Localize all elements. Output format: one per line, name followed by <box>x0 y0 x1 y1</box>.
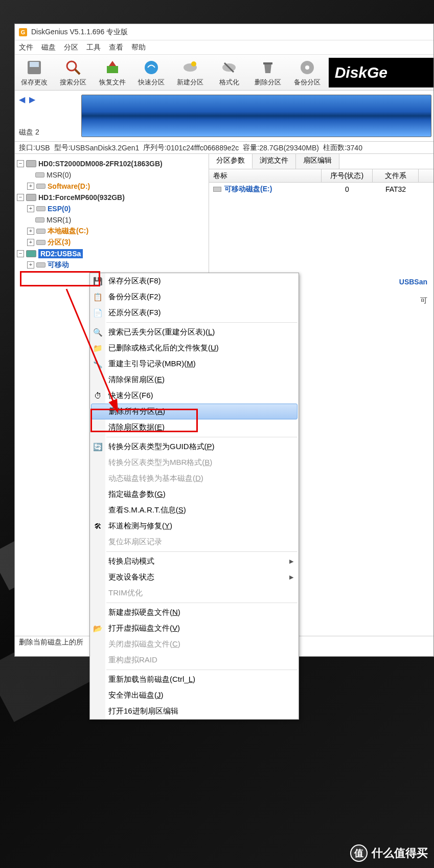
watermark-icon: 值 <box>350 844 368 862</box>
nav-back-icon[interactable]: ◀ <box>19 95 28 104</box>
ctx-device-state[interactable]: 更改设备状态▶ <box>90 569 299 585</box>
ctx-reload[interactable]: 重新加载当前磁盘(Ctrl_L) <box>90 672 299 687</box>
ctx-backup-partition-table[interactable]: 📋备份分区表(F2) <box>90 289 299 305</box>
ctx-trim: TRIM优化 <box>90 585 299 601</box>
disk-number-label: 磁盘 2 <box>19 128 77 137</box>
partition-icon <box>36 229 45 234</box>
search-icon <box>64 58 82 77</box>
grid-row[interactable]: 可移动磁盘(E:) 0 FAT32 <box>209 183 433 196</box>
ctx-smart[interactable]: 查看S.M.A.R.T.信息(S) <box>90 502 299 518</box>
ctx-bad-sector[interactable]: 🛠坏道检测与修复(Y) <box>90 518 299 534</box>
format-icon <box>220 58 238 77</box>
ctx-clear-reserved[interactable]: 清除保留扇区(E) <box>90 372 299 388</box>
menu-help[interactable]: 帮助 <box>131 43 146 52</box>
partition-icon <box>36 262 45 268</box>
tree-rd2-selected[interactable]: RD2:USBSa <box>38 249 83 258</box>
menu-file[interactable]: 文件 <box>19 43 33 52</box>
volume-fs: FAT32 <box>373 183 419 195</box>
toolbar-search[interactable]: 搜索分区 <box>54 55 93 91</box>
ctx-save-partition-table[interactable]: 💾保存分区表(F8) <box>90 273 299 289</box>
partition-icon <box>35 172 44 177</box>
ctx-disk-params[interactable]: 指定磁盘参数(G) <box>90 486 299 502</box>
ctx-clear-sector[interactable]: 清除扇区数据(E) <box>90 419 299 435</box>
backup-icon: 📋 <box>93 293 102 302</box>
window-title: DiskGenius V5.1.1.696 专业版 <box>31 28 128 37</box>
tools-icon: 🛠 <box>93 522 102 531</box>
tree-esp[interactable]: ESP(0) <box>48 205 71 213</box>
backup-icon <box>298 58 316 77</box>
ctx-search-lost[interactable]: 🔍搜索已丢失分区(重建分区表)(L) <box>90 324 299 340</box>
svg-rect-4 <box>107 66 118 73</box>
expander-icon[interactable]: + <box>27 228 34 235</box>
save-icon <box>25 58 43 77</box>
toolbar-format[interactable]: 格式化 <box>210 55 248 91</box>
tab-partition-info[interactable]: 分区参数 <box>209 154 253 169</box>
quick-icon <box>142 58 161 77</box>
col-index[interactable]: 序号(状态) <box>322 169 373 182</box>
ctx-new-vhd[interactable]: 新建虚拟硬盘文件(N) <box>90 605 299 620</box>
ctx-open-vhd[interactable]: 📂打开虚拟磁盘文件(V) <box>90 620 299 636</box>
grid-header: 卷标 序号(状态) 文件系 <box>209 169 433 183</box>
ctx-rebuild-mbr[interactable]: 🔧重建主引导记录(MBR)(M) <box>90 356 299 372</box>
expander-icon[interactable]: + <box>27 239 34 246</box>
ctx-to-guid[interactable]: 🔄转换分区表类型为GUID格式(P) <box>90 439 299 455</box>
menu-partition[interactable]: 分区 <box>64 43 78 52</box>
tab-sector-edit[interactable]: 扇区编辑 <box>296 154 339 169</box>
volume-name: 可移动磁盘(E:) <box>224 185 272 193</box>
menu-disk[interactable]: 磁盘 <box>41 43 56 52</box>
menu-view[interactable]: 查看 <box>109 43 123 52</box>
partition-icon <box>36 206 45 211</box>
tree-msr0[interactable]: MSR(0) <box>47 171 71 179</box>
expander-icon[interactable]: + <box>27 183 34 190</box>
ctx-restore-partition-table[interactable]: 📄还原分区表(F3) <box>90 305 299 321</box>
separator <box>106 322 298 323</box>
tab-browse[interactable]: 浏览文件 <box>253 154 296 169</box>
ctx-close-vhd: 关闭虚拟磁盘文件(C) <box>90 636 299 652</box>
tree-hd0[interactable]: HD0:ST2000DM008-2FR102(1863GB) <box>38 160 163 168</box>
hdd-icon <box>26 194 36 201</box>
ctx-delete-all-partitions[interactable]: 删除所有分区(A) <box>91 404 298 419</box>
toolbar-delete[interactable]: 删除分区 <box>248 55 287 91</box>
ctx-to-mbr: 转换分区表类型为MBR格式(B) <box>90 455 299 471</box>
toolbar-save[interactable]: 保存更改 <box>15 55 54 91</box>
mbr-icon: 🔧 <box>93 360 102 369</box>
separator <box>106 603 298 603</box>
nav-fwd-icon[interactable]: ▶ <box>29 95 38 104</box>
toolbar-new-partition[interactable]: 新建分区 <box>171 55 210 91</box>
ctx-recover-deleted[interactable]: 📁已删除或格式化后的文件恢复(U) <box>90 340 299 356</box>
tabs: 分区参数 浏览文件 扇区编辑 <box>209 154 433 169</box>
info-bar: 接口:USB 型号:USBSanDisk3.2Gen1 序列号:0101c24f… <box>15 142 433 154</box>
toolbar-backup[interactable]: 备份分区 <box>287 55 326 91</box>
expander-icon[interactable]: − <box>17 194 24 201</box>
col-filesystem[interactable]: 文件系 <box>373 169 419 182</box>
tree-msr1[interactable]: MSR(1) <box>47 216 71 224</box>
tree-local-c[interactable]: 本地磁盘(C:) <box>48 227 88 236</box>
status-text: 删除当前磁盘上的所 <box>19 638 83 647</box>
logo: DiskGe <box>329 58 433 87</box>
tree-removable[interactable]: 可移动 <box>48 260 69 270</box>
titlebar: G DiskGenius V5.1.1.696 专业版 <box>15 24 433 40</box>
ctx-hex-edit[interactable]: 打开16进制扇区编辑 <box>90 703 299 719</box>
tree-hd1[interactable]: HD1:ForceMP600(932GB) <box>38 193 125 202</box>
volume-index: 0 <box>322 183 373 195</box>
toolbar: 保存更改 搜索分区 恢复文件 快速分区 新建分区 格式化 删除分区 备份分区 D… <box>15 55 433 91</box>
disk-bar[interactable] <box>81 95 431 137</box>
new-icon <box>181 58 199 77</box>
ctx-quick-partition[interactable]: ⏱快速分区(F6) <box>90 388 299 404</box>
menu-tools[interactable]: 工具 <box>86 43 101 52</box>
toolbar-quick-partition[interactable]: 快速分区 <box>132 55 171 91</box>
toolbar-recover[interactable]: 恢复文件 <box>93 55 131 91</box>
tree-software[interactable]: Software(D:) <box>48 182 90 190</box>
open-icon: 📂 <box>93 624 102 633</box>
svg-point-11 <box>305 65 309 70</box>
col-volume[interactable]: 卷标 <box>209 169 322 182</box>
tree-p3[interactable]: 分区(3) <box>48 238 71 247</box>
expander-icon[interactable]: + <box>27 205 34 212</box>
ctx-boot-mode[interactable]: 转换启动模式▶ <box>90 553 299 569</box>
ctx-eject[interactable]: 安全弹出磁盘(J) <box>90 687 299 703</box>
expander-icon[interactable]: − <box>17 250 24 257</box>
context-menu: 💾保存分区表(F8) 📋备份分区表(F2) 📄还原分区表(F3) 🔍搜索已丢失分… <box>89 273 299 720</box>
expander-icon[interactable]: − <box>17 160 24 167</box>
expander-icon[interactable]: + <box>27 261 34 269</box>
delete-icon <box>259 58 277 77</box>
